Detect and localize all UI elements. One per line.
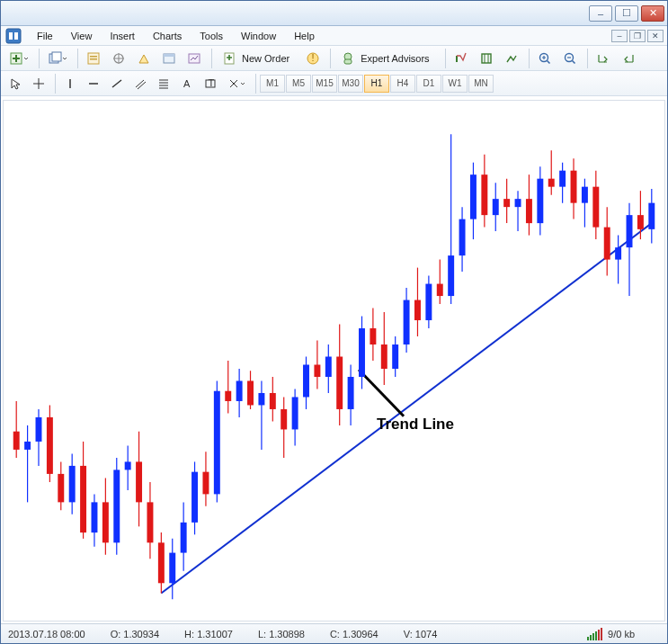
svg-rect-113 xyxy=(493,199,499,215)
svg-rect-139 xyxy=(637,215,644,229)
trendline-tool[interactable] xyxy=(106,74,128,94)
menu-file[interactable]: File xyxy=(28,28,62,44)
expert-advisors-button[interactable]: Expert Advisors xyxy=(334,49,441,68)
strategy-tester-button[interactable] xyxy=(183,49,206,68)
svg-rect-67 xyxy=(236,380,243,400)
svg-rect-141 xyxy=(648,203,655,229)
crosshair-tool[interactable] xyxy=(28,74,49,94)
expert-advisors-icon xyxy=(341,51,355,66)
fibonacci-tool[interactable] xyxy=(153,74,174,94)
svg-rect-5 xyxy=(52,52,61,61)
periodicity-button[interactable] xyxy=(475,49,498,68)
svg-rect-35 xyxy=(58,474,64,502)
timeframe-w1[interactable]: W1 xyxy=(442,75,468,93)
horizontal-line-tool[interactable] xyxy=(83,74,104,94)
app-icon xyxy=(4,27,22,45)
svg-rect-89 xyxy=(359,328,365,377)
svg-rect-7 xyxy=(90,56,97,58)
templates-button[interactable] xyxy=(500,49,523,68)
svg-rect-131 xyxy=(592,187,599,228)
svg-rect-31 xyxy=(36,417,42,442)
svg-rect-55 xyxy=(169,553,175,584)
mdi-restore-button[interactable]: ❐ xyxy=(629,30,646,42)
window-maximize-button[interactable]: ☐ xyxy=(615,5,638,22)
svg-rect-125 xyxy=(559,171,566,187)
svg-rect-37 xyxy=(69,466,76,502)
timeframe-m30[interactable]: M30 xyxy=(338,75,363,93)
menu-tools[interactable]: Tools xyxy=(191,28,232,44)
market-watch-button[interactable] xyxy=(82,49,105,68)
svg-rect-11 xyxy=(164,54,174,57)
svg-rect-53 xyxy=(158,542,165,583)
data-window-button[interactable] xyxy=(107,49,130,68)
svg-rect-115 xyxy=(503,199,510,207)
svg-rect-57 xyxy=(181,523,187,553)
timeframe-mn[interactable]: MN xyxy=(468,75,494,93)
svg-rect-129 xyxy=(582,187,588,203)
menu-view[interactable]: View xyxy=(62,28,102,44)
svg-rect-77 xyxy=(292,397,298,429)
svg-rect-83 xyxy=(325,357,332,377)
svg-rect-41 xyxy=(92,502,98,532)
status-close: C: 1.30964 xyxy=(330,629,379,640)
expert-advisors-label: Expert Advisors xyxy=(355,53,434,64)
new-chart-button[interactable] xyxy=(4,49,33,68)
svg-rect-61 xyxy=(202,472,209,495)
svg-rect-81 xyxy=(314,364,320,376)
new-order-icon xyxy=(222,51,236,66)
menu-window[interactable]: Window xyxy=(232,28,285,44)
scroll-end-button[interactable] xyxy=(592,49,615,68)
svg-rect-45 xyxy=(113,470,120,542)
svg-rect-27 xyxy=(13,432,20,450)
zoom-in-button[interactable] xyxy=(533,49,557,68)
svg-rect-73 xyxy=(270,393,276,409)
chart-shift-button[interactable] xyxy=(617,49,640,68)
mdi-minimize-button[interactable]: – xyxy=(611,30,628,42)
zoom-out-button[interactable] xyxy=(558,49,582,68)
svg-rect-109 xyxy=(470,174,477,219)
timeframe-h4[interactable]: H4 xyxy=(390,75,415,93)
cursor-tool[interactable] xyxy=(4,74,26,94)
timeframe-m1[interactable]: M1 xyxy=(260,75,285,93)
indicator-list-button[interactable] xyxy=(450,49,473,68)
svg-rect-91 xyxy=(370,328,376,344)
menu-help[interactable]: Help xyxy=(285,28,324,44)
window-minimize-button[interactable]: – xyxy=(589,5,612,22)
navigator-button[interactable] xyxy=(132,49,156,68)
new-order-button[interactable]: New Order xyxy=(216,49,301,68)
svg-line-25 xyxy=(359,370,404,416)
svg-rect-71 xyxy=(258,393,264,405)
svg-rect-47 xyxy=(125,461,131,470)
text-tool[interactable]: A xyxy=(176,74,198,94)
menu-bar: File View Insert Charts Tools Window Hel… xyxy=(1,26,667,46)
svg-line-24 xyxy=(161,223,651,593)
svg-rect-105 xyxy=(448,255,454,296)
timeframe-m15[interactable]: M15 xyxy=(312,75,337,93)
timeframe-h1[interactable]: H1 xyxy=(364,75,389,93)
channel-tool[interactable] xyxy=(129,74,151,94)
svg-rect-8 xyxy=(90,58,97,60)
timeframe-d1[interactable]: D1 xyxy=(416,75,441,93)
trendline-annotation: Trend Line xyxy=(377,416,454,434)
svg-rect-101 xyxy=(425,284,432,320)
connection-bars-icon xyxy=(587,628,602,640)
menu-insert[interactable]: Insert xyxy=(101,28,144,44)
svg-rect-63 xyxy=(214,391,220,495)
svg-rect-59 xyxy=(191,472,198,523)
profiles-button[interactable] xyxy=(43,49,72,68)
mdi-close-button[interactable]: ✕ xyxy=(647,30,664,42)
shapes-tool[interactable] xyxy=(223,74,250,94)
svg-text:!: ! xyxy=(312,52,315,63)
svg-rect-29 xyxy=(24,442,31,450)
status-datetime: 2013.07.18 08:00 xyxy=(8,629,85,640)
terminal-button[interactable] xyxy=(157,49,181,68)
svg-rect-111 xyxy=(481,174,487,215)
window-close-button[interactable]: ✕ xyxy=(641,5,664,22)
metaquotes-button[interactable]: ! xyxy=(301,49,325,68)
text-label-tool[interactable]: T xyxy=(200,74,221,94)
timeframe-m5[interactable]: M5 xyxy=(286,75,311,93)
chart-area[interactable]: Trend Line xyxy=(3,100,665,622)
menu-charts[interactable]: Charts xyxy=(144,28,191,44)
vertical-line-tool[interactable] xyxy=(59,74,81,94)
status-vol: V: 1074 xyxy=(404,629,438,640)
